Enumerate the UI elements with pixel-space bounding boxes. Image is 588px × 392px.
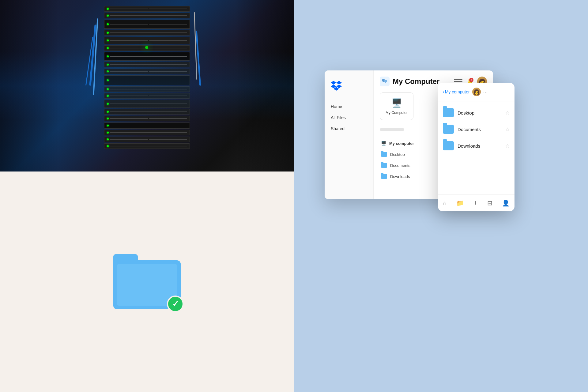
led-indicator (145, 46, 148, 49)
folder-icon-desktop (381, 152, 387, 157)
more-options-button[interactable]: ··· (483, 89, 488, 95)
secondary-user-avatar[interactable]: 👩 (472, 88, 481, 96)
star-icon-desktop[interactable]: ☆ (505, 110, 510, 116)
bottom-add-button[interactable]: + (471, 198, 480, 208)
bottom-grid-button[interactable]: ⊟ (485, 198, 495, 208)
dropbox-logo-icon (331, 80, 342, 91)
secondary-header: ‹ My computer 👩 ··· (438, 83, 514, 101)
secondary-desktop-row[interactable]: Desktop ☆ (438, 104, 514, 121)
folder-icon-documents (381, 163, 387, 168)
svg-marker-1 (336, 81, 342, 85)
dropbox-logo (325, 80, 373, 101)
cables-overlay (0, 0, 294, 172)
secondary-folder-icon-downloads (443, 141, 454, 150)
folder-with-checkmark (113, 251, 181, 312)
svg-rect-8 (385, 82, 386, 83)
secondary-bottom-nav: ⌂ 📁 + ⊟ 👤 (438, 194, 514, 211)
hamburger-line-1 (454, 79, 462, 80)
checkmark-badge (167, 296, 184, 312)
secondary-folder-icon-documents (443, 125, 454, 134)
left-panel (0, 0, 294, 392)
back-label: My computer (445, 89, 470, 94)
svg-rect-6 (384, 80, 387, 82)
monitor-icon: 🖥️ (391, 98, 402, 108)
secondary-downloads-row[interactable]: Downloads ☆ (438, 138, 514, 154)
bottom-files-button[interactable]: 📁 (454, 198, 466, 208)
sidebar-item-home[interactable]: Home (325, 101, 373, 112)
window-title: My Computer (393, 77, 439, 86)
secondary-documents-label: Documents (458, 127, 502, 132)
back-button[interactable]: ‹ My computer (443, 89, 470, 94)
secondary-panel: ‹ My computer 👩 ··· Desktop ☆ Documents … (438, 83, 514, 211)
sidebar: Home All Files Shared (325, 70, 374, 199)
svg-rect-7 (383, 81, 384, 82)
my-computer-label: My computer (389, 141, 414, 146)
sidebar-item-shared[interactable]: Shared (325, 123, 373, 134)
secondary-desktop-label: Desktop (458, 110, 502, 115)
server-image (0, 0, 294, 172)
notification-badge: 9 (469, 78, 473, 82)
bottom-panel (0, 172, 294, 392)
secondary-downloads-label: Downloads (458, 143, 502, 149)
folder-body (113, 260, 181, 309)
secondary-avatar-face: 👩 (473, 89, 480, 95)
svg-marker-0 (331, 81, 336, 85)
sidebar-item-all-files[interactable]: All Files (325, 112, 373, 123)
bottom-profile-button[interactable]: 👤 (499, 198, 512, 208)
search-placeholder (380, 128, 404, 131)
secondary-documents-row[interactable]: Documents ☆ (438, 121, 514, 138)
window-title-row: My Computer (380, 77, 439, 86)
star-icon-documents[interactable]: ☆ (505, 126, 510, 132)
bottom-home-button[interactable]: ⌂ (440, 198, 449, 208)
my-computer-card[interactable]: 🖥️ My Computer (380, 92, 413, 120)
folder-icon-downloads (381, 174, 387, 179)
computer-group-icon (380, 77, 390, 86)
secondary-folder-icon-desktop (443, 108, 454, 117)
computer-card-label: My Computer (386, 111, 408, 115)
back-chevron-icon: ‹ (443, 89, 444, 94)
computer-small-icon: 🖥️ (381, 141, 386, 146)
right-panel: Home All Files Shared (294, 0, 588, 392)
hamburger-line-2 (454, 81, 462, 82)
folder-tab (113, 254, 138, 261)
secondary-file-list: Desktop ☆ Documents ☆ Downloads ☆ (438, 101, 514, 194)
star-icon-downloads[interactable]: ☆ (505, 143, 510, 149)
